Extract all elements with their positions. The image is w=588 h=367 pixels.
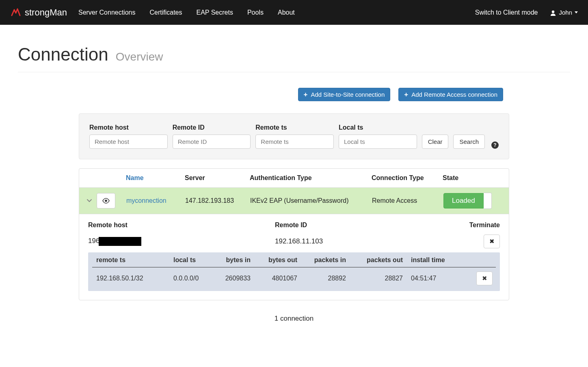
stats-row: 192.168.50.1/32 0.0.0.0/0 2609833 480106… [92, 267, 496, 287]
stats-h-lts: local ts [173, 256, 216, 264]
plus-icon: + [404, 91, 408, 98]
filter-panel: Remote host Remote ID Remote ts Local ts… [79, 113, 509, 159]
user-menu[interactable]: John [550, 9, 578, 16]
close-icon: ✖ [482, 275, 487, 282]
view-button[interactable] [97, 193, 115, 208]
filter-remote-ts-label: Remote ts [255, 124, 334, 131]
stats-h-rts: remote ts [96, 256, 173, 264]
stats-pout: 28827 [354, 275, 411, 282]
caret-down-icon [575, 11, 578, 13]
detail-header-host: Remote host [88, 222, 275, 229]
filter-remote-host-input[interactable] [89, 135, 168, 149]
user-icon [550, 9, 556, 16]
connections-table: Name Server Authentication Type Connecti… [79, 168, 509, 300]
brand-logo-icon [10, 8, 22, 17]
stats-h-time: install time [411, 256, 464, 264]
detail-header-id: Remote ID [275, 222, 463, 229]
detail-section: Remote host Remote ID Terminate 196 192.… [79, 214, 509, 300]
state-badge[interactable]: Loaded [443, 193, 492, 209]
header-name[interactable]: Name [126, 174, 185, 182]
header-state: State [443, 174, 502, 182]
search-button[interactable]: Search [453, 135, 485, 149]
stats-rts: 192.168.50.1/32 [96, 275, 173, 282]
brand-text: strongMan [25, 7, 67, 18]
nav-links: Server Connections Certificates EAP Secr… [78, 9, 295, 16]
stats-bin: 2609833 [216, 275, 259, 282]
row-name[interactable]: myconnection [126, 197, 185, 204]
stats-h-pout: packets out [354, 256, 411, 264]
header-auth: Authentication Type [250, 174, 372, 182]
stats-time: 04:51:47 [411, 275, 464, 282]
filter-remote-host-label: Remote host [89, 124, 168, 131]
terminate-child-button[interactable]: ✖ [476, 271, 493, 285]
nav-eap-secrets[interactable]: EAP Secrets [197, 9, 233, 16]
page-title: Connection Overview [18, 25, 570, 72]
svg-point-0 [552, 10, 554, 13]
detail-header-terminate: Terminate [463, 222, 500, 229]
row-type: Remote Access [372, 197, 443, 204]
nav-server-connections[interactable]: Server Connections [78, 9, 136, 16]
page-title-sub: Overview [116, 50, 163, 63]
close-icon: ✖ [489, 238, 495, 245]
help-icon[interactable]: ? [491, 141, 499, 149]
add-site-to-site-button[interactable]: + Add Site-to-Site connection [298, 88, 391, 101]
state-toggle[interactable] [484, 193, 492, 209]
nav-switch-mode[interactable]: Switch to Client mode [475, 9, 538, 16]
table-header: Name Server Authentication Type Connecti… [79, 169, 509, 187]
svg-point-1 [105, 200, 107, 202]
state-label: Loaded [443, 193, 484, 208]
brand[interactable]: strongMan [10, 7, 67, 18]
filter-remote-id-label: Remote ID [173, 124, 251, 131]
header-server: Server [185, 174, 250, 182]
filter-remote-id-input[interactable] [173, 135, 251, 149]
stats-h-pin: packets in [305, 256, 354, 264]
navbar: strongMan Server Connections Certificate… [0, 0, 588, 25]
stats-h-bout: bytes out [259, 256, 305, 264]
terminate-sa-button[interactable]: ✖ [484, 235, 500, 248]
nav-about[interactable]: About [278, 9, 295, 16]
row-auth: IKEv2 EAP (Username/Password) [250, 197, 372, 204]
stats-table: remote ts local ts bytes in bytes out pa… [88, 252, 500, 291]
stats-bout: 4801067 [259, 275, 305, 282]
row-expander[interactable] [86, 198, 97, 204]
user-name: John [559, 9, 572, 16]
header-type: Connection Type [372, 174, 443, 182]
nav-certificates[interactable]: Certificates [149, 9, 182, 16]
table-row: myconnection 147.182.193.183 IKEv2 EAP (… [79, 187, 509, 214]
add-s2s-label: Add Site-to-Site connection [311, 91, 385, 98]
filter-local-ts-label: Local ts [339, 124, 417, 131]
nav-pools[interactable]: Pools [247, 9, 264, 16]
host-prefix: 196 [88, 237, 99, 245]
add-remote-access-button[interactable]: + Add Remote Access connection [398, 88, 503, 101]
eye-icon [102, 198, 110, 204]
row-server: 147.182.193.183 [185, 197, 250, 204]
stats-pin: 28892 [305, 275, 354, 282]
filter-remote-ts-input[interactable] [255, 135, 334, 149]
detail-remote-host: 196 [88, 237, 275, 246]
stats-lts: 0.0.0.0/0 [173, 275, 216, 282]
detail-remote-id: 192.168.11.103 [275, 237, 463, 245]
redacted-block [99, 237, 141, 246]
footer-count: 1 connection [79, 315, 509, 323]
add-ra-label: Add Remote Access connection [411, 91, 497, 98]
page-title-main: Connection [18, 44, 108, 64]
filter-local-ts-input[interactable] [339, 135, 417, 149]
plus-icon: + [304, 91, 308, 98]
clear-button[interactable]: Clear [422, 135, 449, 149]
stats-h-bin: bytes in [216, 256, 259, 264]
